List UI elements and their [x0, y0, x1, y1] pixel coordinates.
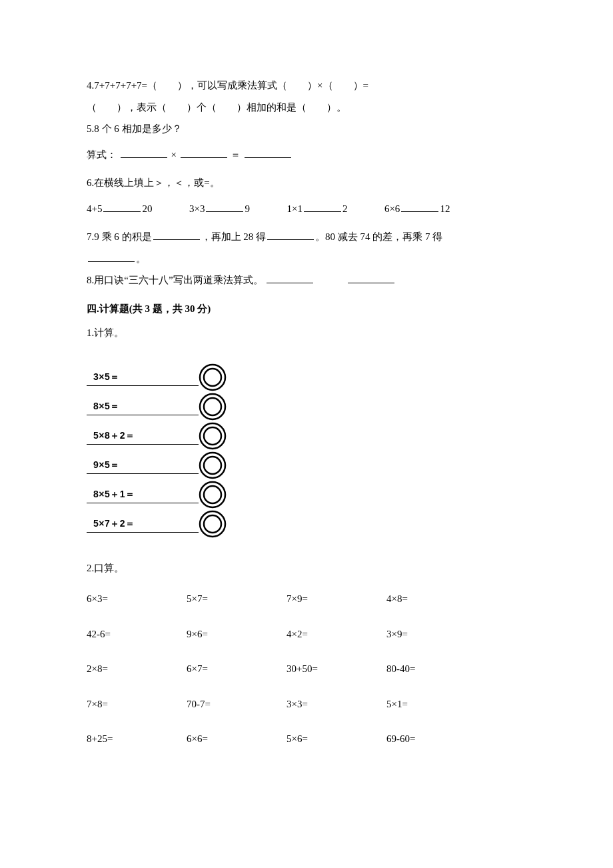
q6-item-r: 12: [440, 203, 450, 214]
calc-label: 8×5＋1＝: [87, 485, 199, 504]
mental-cell: 4×2=: [287, 625, 386, 644]
svg-point-3: [204, 398, 221, 415]
q6-item-r: 20: [142, 203, 152, 214]
blank[interactable]: [153, 229, 200, 240]
calc-row: 5×7＋2＝: [87, 509, 227, 539]
q6-item-l: 6×6: [384, 203, 400, 214]
blank[interactable]: [348, 273, 394, 283]
q7-a: 7.9 乘 6 的积是: [87, 231, 152, 242]
blank[interactable]: [206, 201, 243, 212]
svg-point-1: [204, 369, 221, 386]
mental-cell: 80-40=: [386, 659, 486, 679]
mental-cell: 5×1=: [386, 695, 486, 714]
blank[interactable]: [181, 147, 227, 158]
calc-label: 5×7＋2＝: [87, 515, 199, 533]
calc-row: 8×5＋1＝: [87, 480, 227, 509]
calc-diagram: 3×5＝ 8×5＝ 5×8＋2＝ 9×5＝ 8×5＋1＝: [87, 363, 227, 539]
calc-row: 3×5＝: [87, 363, 227, 392]
q7-line1: 7.9 乘 6 的积是，再加上 28 得。80 减去 74 的差，再乘 7 得: [87, 227, 533, 247]
mental-cell: 3×3=: [287, 695, 386, 714]
section4-title: 四.计算题(共 3 题，共 30 分): [87, 299, 533, 319]
blank[interactable]: [304, 201, 341, 212]
q7-line2: 。: [87, 249, 533, 269]
mental-cell: 4×8=: [386, 589, 486, 609]
mental-cell: 7×9=: [287, 589, 386, 609]
q5-prefix: 算式：: [87, 149, 117, 160]
q5-formula: 算式： × ＝: [87, 145, 533, 165]
q6-item-l: 1×1: [287, 203, 302, 214]
calc-label: 9×5＝: [87, 456, 199, 475]
q7-b: ，再加上 28 得: [201, 231, 267, 242]
ring-icon: [199, 422, 227, 450]
mental-cell: 6×3=: [87, 589, 187, 609]
calc-row: 5×8＋2＝: [87, 421, 227, 451]
mental-cell: 7×8=: [87, 695, 187, 714]
q4-line1: 4.7+7+7+7+7=（ ），可以写成乘法算式（ ）×（ ）=: [87, 76, 533, 95]
ring-icon: [199, 510, 227, 538]
mental-cell: 6×7=: [187, 659, 287, 679]
q8-line: 8.用口诀“三六十八”写出两道乘法算式。: [87, 271, 533, 290]
mental-cell: 42-6=: [87, 625, 187, 644]
svg-point-5: [204, 427, 221, 445]
p1-label: 1.计算。: [87, 323, 533, 343]
blank[interactable]: [245, 147, 291, 158]
page: 4.7+7+7+7+7=（ ），可以写成乘法算式（ ）×（ ）= （ ），表示（…: [0, 0, 613, 789]
mental-cell: 70-7=: [187, 695, 287, 714]
q6-item-l: 3×3: [189, 203, 205, 214]
svg-point-7: [204, 457, 221, 474]
q7-c: 。80 减去 74 的差，再乘 7 得: [315, 231, 442, 242]
calc-row: 9×5＝: [87, 451, 227, 480]
mental-cell: 30+50=: [287, 659, 386, 679]
blank[interactable]: [401, 201, 438, 212]
svg-point-9: [204, 486, 221, 503]
blank[interactable]: [121, 147, 167, 158]
mental-cell: 2×8=: [87, 659, 187, 679]
q6-item-r: 9: [245, 203, 250, 214]
q5-text: 5.8 个 6 相加是多少？: [87, 119, 533, 139]
mental-cell: 8+25=: [87, 729, 187, 749]
q6-text: 6.在横线上填上＞，＜，或=。: [87, 173, 533, 193]
blank[interactable]: [267, 273, 313, 283]
blank[interactable]: [267, 229, 314, 240]
mental-cell: 5×7=: [187, 589, 287, 609]
mental-cell: 69-60=: [386, 729, 486, 749]
times-sign: ×: [171, 149, 177, 160]
p2-label: 2.口算。: [87, 559, 533, 578]
q6-item-r: 2: [342, 203, 348, 214]
calc-label: 3×5＝: [87, 368, 199, 387]
q6-items: 4+520 3×39 1×12 6×612: [87, 199, 533, 219]
equals-sign: ＝: [231, 149, 241, 160]
calc-label: 8×5＝: [87, 397, 199, 416]
mental-cell: 6×6=: [187, 729, 287, 749]
mental-cell: 9×6=: [187, 625, 287, 644]
ring-icon: [199, 363, 227, 391]
q8-text: 8.用口诀“三六十八”写出两道乘法算式。: [87, 275, 263, 285]
q7-d: 。: [136, 253, 146, 264]
ring-icon: [199, 481, 227, 509]
svg-point-11: [204, 515, 221, 533]
blank[interactable]: [103, 201, 141, 212]
calc-row: 8×5＝: [87, 392, 227, 421]
blank[interactable]: [88, 251, 135, 262]
mental-cell: 5×6=: [287, 729, 386, 749]
q4-line2: （ ），表示（ ）个（ ）相加的和是（ ）。: [87, 98, 533, 117]
mental-cell: 3×9=: [386, 625, 486, 644]
mental-grid: 6×3= 5×7= 7×9= 4×8= 42-6= 9×6= 4×2= 3×9=…: [87, 589, 533, 749]
ring-icon: [199, 451, 227, 479]
calc-label: 5×8＋2＝: [87, 427, 199, 445]
ring-icon: [199, 393, 227, 421]
q6-item-l: 4+5: [87, 203, 102, 214]
